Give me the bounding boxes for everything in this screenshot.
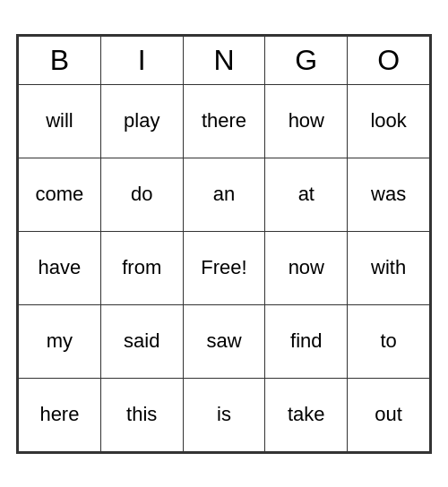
bingo-table: BINGO willplaytherehowlookcomedoanatwash… bbox=[18, 36, 430, 452]
cell-r0-c4: look bbox=[348, 84, 430, 158]
cell-r3-c0: my bbox=[19, 304, 101, 378]
cell-r4-c3: take bbox=[265, 378, 348, 451]
table-row: mysaidsawfindto bbox=[19, 304, 430, 378]
cell-r0-c3: how bbox=[265, 84, 348, 158]
cell-r1-c0: come bbox=[19, 158, 101, 231]
cell-r3-c2: saw bbox=[183, 304, 265, 378]
table-row: herethisistakeout bbox=[19, 378, 430, 451]
table-row: willplaytherehowlook bbox=[19, 84, 430, 158]
table-row: comedoanatwas bbox=[19, 158, 430, 231]
cell-r2-c4: with bbox=[348, 231, 430, 304]
cell-r0-c2: there bbox=[183, 84, 265, 158]
cell-r3-c4: to bbox=[348, 304, 430, 378]
cell-r1-c2: an bbox=[183, 158, 265, 231]
cell-r0-c1: play bbox=[100, 84, 183, 158]
cell-r3-c3: find bbox=[265, 304, 348, 378]
header-cell-o: O bbox=[348, 36, 430, 84]
cell-r2-c3: now bbox=[265, 231, 348, 304]
header-cell-n: N bbox=[183, 36, 265, 84]
cell-r3-c1: said bbox=[100, 304, 183, 378]
cell-r4-c1: this bbox=[100, 378, 183, 451]
cell-r2-c0: have bbox=[19, 231, 101, 304]
header-cell-g: G bbox=[265, 36, 348, 84]
cell-r0-c0: will bbox=[19, 84, 101, 158]
bingo-card: BINGO willplaytherehowlookcomedoanatwash… bbox=[16, 34, 432, 454]
cell-r4-c4: out bbox=[348, 378, 430, 451]
table-row: havefromFree!nowwith bbox=[19, 231, 430, 304]
header-row: BINGO bbox=[19, 36, 430, 84]
cell-r1-c1: do bbox=[100, 158, 183, 231]
header-cell-i: I bbox=[100, 36, 183, 84]
header-cell-b: B bbox=[19, 36, 101, 84]
cell-r1-c4: was bbox=[348, 158, 430, 231]
cell-r2-c2: Free! bbox=[183, 231, 265, 304]
cell-r4-c0: here bbox=[19, 378, 101, 451]
cell-r1-c3: at bbox=[265, 158, 348, 231]
cell-r4-c2: is bbox=[183, 378, 265, 451]
cell-r2-c1: from bbox=[100, 231, 183, 304]
